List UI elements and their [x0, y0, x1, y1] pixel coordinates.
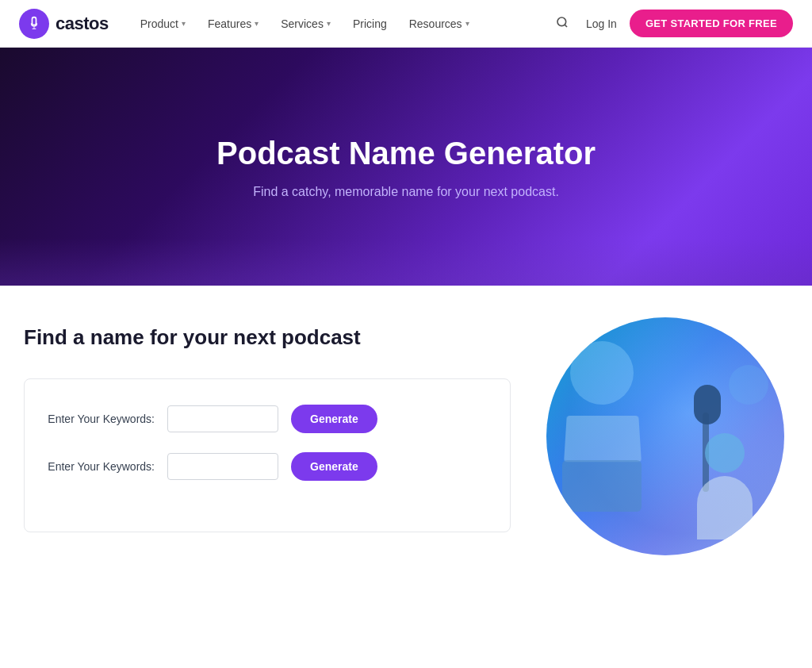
logo-icon — [19, 9, 49, 39]
search-icon[interactable] — [551, 11, 573, 36]
svg-point-0 — [557, 17, 566, 26]
generate-button-2[interactable]: Generate — [291, 452, 377, 481]
hero-subtitle: Find a catchy, memorable name for your n… — [253, 185, 559, 199]
keyword-label-2: Enter Your Keywords: — [44, 460, 155, 473]
chevron-down-icon: ▾ — [465, 19, 469, 28]
login-button[interactable]: Log In — [586, 17, 617, 30]
nav-item-pricing[interactable]: Pricing — [343, 11, 396, 36]
form-row-1: Enter Your Keywords: Generate — [44, 405, 491, 433]
keyword-label-1: Enter Your Keywords: — [44, 413, 155, 425]
chevron-down-icon: ▾ — [255, 19, 259, 28]
nav-right: Log In GET STARTED FOR FREE — [551, 10, 793, 37]
laptop-screen — [564, 416, 642, 462]
nav-links: Product ▾ Features ▾ Services ▾ Pricing … — [131, 11, 551, 36]
keyword-input-2[interactable] — [167, 453, 278, 480]
mic-head — [694, 385, 721, 424]
get-started-button[interactable]: GET STARTED FOR FREE — [630, 10, 793, 37]
chevron-down-icon: ▾ — [182, 19, 186, 28]
chevron-down-icon: ▾ — [327, 19, 331, 28]
podcast-studio-image — [546, 317, 784, 555]
logo[interactable]: castos — [19, 9, 109, 39]
nav-item-product[interactable]: Product ▾ — [131, 11, 195, 36]
section-title: Find a name for your next podcast — [24, 325, 511, 350]
laptop-shape — [562, 460, 642, 512]
right-section — [542, 317, 788, 555]
form-container: Enter Your Keywords: Generate Enter Your… — [24, 378, 511, 532]
hero-title: Podcast Name Generator — [216, 134, 596, 172]
left-section: Find a name for your next podcast Enter … — [24, 325, 511, 532]
navbar: castos Product ▾ Features ▾ Services ▾ P… — [0, 0, 812, 48]
person-shape — [697, 433, 753, 539]
nav-item-features[interactable]: Features ▾ — [198, 11, 268, 36]
generate-button-1[interactable]: Generate — [291, 405, 377, 433]
nav-item-resources[interactable]: Resources ▾ — [400, 11, 479, 36]
nav-item-services[interactable]: Services ▾ — [271, 11, 340, 36]
hero-section: Podcast Name Generator Find a catchy, me… — [0, 48, 812, 286]
microphone-icon — [26, 16, 42, 32]
keyword-input-1[interactable] — [167, 405, 278, 432]
main-content: Find a name for your next podcast Enter … — [0, 286, 812, 595]
form-row-2: Enter Your Keywords: Generate — [44, 452, 491, 481]
logo-text: castos — [56, 13, 109, 34]
svg-line-1 — [565, 25, 567, 27]
